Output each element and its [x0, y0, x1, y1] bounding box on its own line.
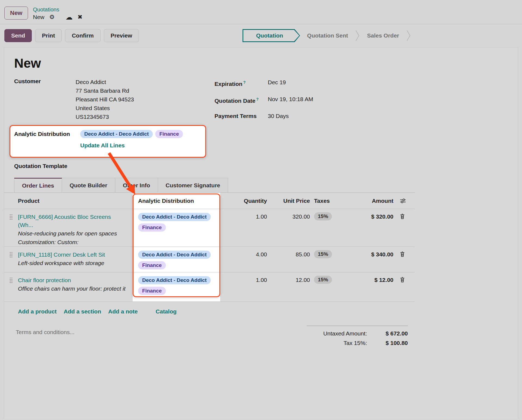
analytic-distribution-label: Analytic Distribution — [14, 131, 80, 137]
tab-other-info[interactable]: Other Info — [115, 178, 158, 192]
analytic-tag-deco-addict[interactable]: Deco Addict - Deco Addict — [138, 276, 211, 284]
print-button[interactable]: Print — [35, 29, 62, 42]
col-header-amount[interactable]: Amount — [343, 193, 400, 209]
new-record-chip[interactable]: New — [4, 7, 28, 20]
line-analytic-cell[interactable]: Deco Addict - Deco Addict Finance — [133, 247, 220, 272]
odoo-quotation-screen: New Quotations New ⚙ ☁ ✖ Send Print Conf… — [0, 0, 522, 420]
analytic-tag-finance[interactable]: Finance — [138, 223, 166, 232]
unit-price-cell[interactable]: 320.00 — [267, 209, 310, 247]
terms-and-conditions-input[interactable]: Terms and conditions... — [16, 326, 74, 348]
line-analytic-cell[interactable]: Deco Addict - Deco Addict Finance — [133, 209, 220, 247]
unit-price-cell[interactable]: 12.00 — [267, 272, 310, 301]
add-note-link[interactable]: Add a note — [108, 308, 138, 315]
confirm-button[interactable]: Confirm — [65, 29, 101, 42]
col-header-analytic-distribution[interactable]: Analytic Distribution — [133, 193, 220, 209]
expiration-value[interactable]: Dec 19 — [268, 78, 286, 88]
analytic-tag-finance[interactable]: Finance — [138, 287, 166, 295]
drag-handle-icon[interactable]: ⣿ — [9, 277, 13, 301]
statusbar-chevron-icon — [355, 29, 360, 42]
analytic-tag-finance[interactable]: Finance — [155, 130, 183, 138]
col-header-taxes[interactable]: Taxes — [310, 193, 343, 209]
product-description: Left-sided workspace with storage — [18, 259, 127, 267]
analytic-distribution-field-highlight: Analytic Distribution Deco Addict - Deco… — [10, 125, 206, 158]
update-all-lines-link[interactable]: Update All Lines — [80, 142, 125, 149]
cloud-save-icon[interactable]: ☁ — [66, 14, 73, 21]
quotation-form-sheet: New Customer Deco Addict 77 Santa Barbar… — [4, 47, 518, 419]
quantity-cell[interactable]: 1.00 — [220, 209, 267, 247]
optional-columns-icon[interactable] — [400, 198, 406, 204]
order-line-row[interactable]: ⣿ [FURN_1118] Corner Desk Left Sit Left-… — [4, 247, 415, 272]
status-step-quotation[interactable]: Quotation — [243, 29, 300, 42]
tax-badge[interactable]: 15% — [314, 250, 332, 258]
tab-order-lines[interactable]: Order Lines — [14, 178, 62, 192]
record-title: New — [14, 57, 518, 70]
sheet-footer: Terms and conditions... Untaxed Amount: … — [4, 326, 518, 348]
untaxed-amount-row: Untaxed Amount: $ 672.00 — [307, 329, 408, 338]
quotation-date-label: Quotation Date? — [215, 95, 268, 105]
quotation-date-field: Quotation Date? Nov 19, 10:18 AM — [215, 95, 313, 105]
untaxed-amount-value: $ 672.00 — [367, 329, 408, 338]
status-step-label: Quotation Sent — [307, 32, 348, 39]
breadcrumb-quotations-link[interactable]: Quotations — [33, 7, 82, 13]
analytic-tags: Deco Addict - Deco Addict Finance — [80, 130, 183, 138]
col-header-product[interactable]: Product — [18, 193, 133, 209]
discard-close-icon[interactable]: ✖ — [77, 14, 82, 20]
status-step-label: Sales Order — [367, 32, 399, 39]
quotation-date-value[interactable]: Nov 19, 10:18 AM — [268, 95, 313, 105]
customer-address-line: 77 Santa Barbara Rd — [76, 86, 134, 95]
amount-cell: $ 340.00 — [343, 247, 400, 272]
tax-badge[interactable]: 15% — [314, 276, 332, 284]
header-fields: Customer Deco Addict 77 Santa Barbara Rd… — [4, 78, 518, 121]
customer-address-line: United States — [76, 104, 134, 113]
order-line-row[interactable]: ⣿ [FURN_6666] Acoustic Bloc Screens (Wh.… — [4, 209, 415, 247]
delete-line-icon[interactable] — [400, 213, 405, 219]
expiration-label: Expiration? — [215, 78, 268, 88]
amount-cell: $ 320.00 — [343, 209, 400, 247]
send-button[interactable]: Send — [4, 29, 32, 42]
breadcrumb-bar: New Quotations New ⚙ ☁ ✖ — [0, 0, 522, 24]
add-product-link[interactable]: Add a product — [18, 308, 57, 315]
tab-quote-builder[interactable]: Quote Builder — [62, 178, 115, 192]
order-lines-table: Product Analytic Distribution Quantity U… — [4, 192, 415, 302]
col-header-quantity[interactable]: Quantity — [220, 193, 267, 209]
status-step-sales-order[interactable]: Sales Order — [360, 29, 406, 42]
tax-badge[interactable]: 15% — [314, 212, 332, 220]
tab-customer-signature[interactable]: Customer Signature — [158, 178, 228, 192]
status-step-quotation-sent[interactable]: Quotation Sent — [300, 29, 355, 42]
product-description: Office chairs can harm your floor: prote… — [18, 284, 127, 293]
analytic-tag-deco-addict[interactable]: Deco Addict - Deco Addict — [138, 251, 211, 259]
delete-line-icon[interactable] — [400, 277, 405, 283]
notebook-tabs: Order Lines Quote Builder Other Info Cus… — [14, 178, 518, 192]
totals-block: Untaxed Amount: $ 672.00 Tax 15%: $ 100.… — [307, 326, 408, 348]
col-header-unit-price[interactable]: Unit Price — [267, 193, 310, 209]
line-analytic-cell[interactable]: Deco Addict - Deco Addict Finance — [133, 272, 220, 301]
product-name-link[interactable]: [FURN_6666] Acoustic Bloc Screens (Wh... — [18, 213, 127, 229]
customer-value[interactable]: Deco Addict 77 Santa Barbara Rd Pleasant… — [76, 78, 134, 121]
preview-button[interactable]: Preview — [104, 29, 139, 42]
product-name-link[interactable]: [FURN_1118] Corner Desk Left Sit — [18, 251, 105, 259]
amount-cell: $ 12.00 — [343, 272, 400, 301]
quantity-cell[interactable]: 4.00 — [220, 247, 267, 272]
payment-terms-value[interactable]: 30 Days — [268, 112, 289, 120]
analytic-tag-deco-addict[interactable]: Deco Addict - Deco Addict — [138, 213, 211, 221]
header-handle-spacer — [4, 193, 18, 209]
order-line-row[interactable]: ⣿ Chair floor protection Office chairs c… — [4, 272, 415, 302]
order-line-actions: Add a product Add a section Add a note C… — [4, 302, 518, 322]
analytic-tag-deco-addict[interactable]: Deco Addict - Deco Addict — [80, 130, 153, 138]
quantity-cell[interactable]: 1.00 — [220, 272, 267, 301]
statusbar-chevron-icon — [406, 29, 411, 42]
add-section-link[interactable]: Add a section — [64, 308, 101, 315]
analytic-tag-finance[interactable]: Finance — [138, 261, 166, 269]
unit-price-cell[interactable]: 85.00 — [267, 247, 310, 272]
product-name-link[interactable]: Chair floor protection — [18, 276, 71, 284]
catalog-link[interactable]: Catalog — [156, 308, 177, 315]
gear-icon[interactable]: ⚙ — [49, 14, 55, 20]
drag-handle-icon[interactable]: ⣿ — [9, 252, 13, 272]
status-step-label: Quotation — [256, 32, 283, 39]
tax-value: $ 100.80 — [367, 338, 408, 348]
customer-name[interactable]: Deco Addict — [76, 78, 134, 86]
customer-label: Customer — [14, 78, 76, 121]
statusbar: Quotation Quotation Sent Sales Order — [243, 29, 411, 42]
drag-handle-icon[interactable]: ⣿ — [9, 214, 13, 247]
delete-line-icon[interactable] — [400, 251, 405, 257]
